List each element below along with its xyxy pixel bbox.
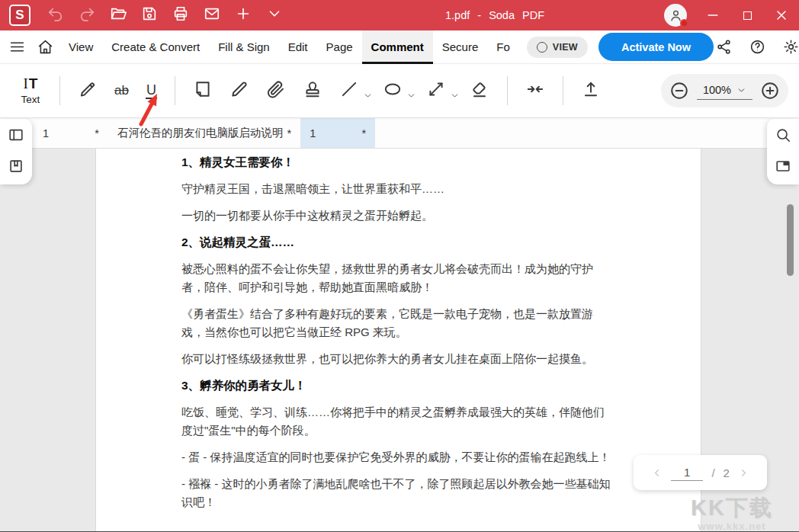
- minimize-button[interactable]: [704, 7, 721, 24]
- zoom-in-button[interactable]: [759, 81, 780, 101]
- document-tab-3[interactable]: 1*: [300, 118, 375, 148]
- strikethrough-icon: ab: [114, 83, 129, 98]
- menu-items: ViewCreate & ConvertFill & SignEditPageC…: [59, 30, 519, 64]
- menubar-right-icons: [714, 37, 799, 57]
- email-icon: [204, 5, 220, 25]
- tab-label: 1: [310, 127, 316, 139]
- email-button[interactable]: [203, 6, 221, 24]
- bookmark-icon: [8, 158, 24, 175]
- menu-tab-page[interactable]: Page: [317, 30, 362, 64]
- doc-heading: 2、说起精灵之蛋……: [181, 233, 611, 252]
- menu-tab-edit[interactable]: Edit: [279, 30, 317, 64]
- pencil-icon: [229, 79, 249, 102]
- open-file-icon: [110, 5, 127, 25]
- more-actions-button[interactable]: [265, 6, 284, 24]
- stamp-icon: [303, 79, 322, 102]
- view-mode-toggle[interactable]: VIEW: [527, 37, 588, 58]
- toolbar-group: [517, 78, 554, 104]
- notification-badge: [680, 19, 688, 27]
- doc-paragraph: - 襁褓 - 这时的小勇者除了满地乱爬啥也干不了，除了照顾起居以外教会她一些基础…: [181, 475, 611, 511]
- attachment-tool[interactable]: [266, 78, 286, 104]
- document-tab-1[interactable]: 1*: [34, 118, 108, 148]
- eraser-icon: [470, 79, 489, 102]
- watermark-url: www.kkx.net: [691, 521, 773, 532]
- text-tool-label: Text: [21, 94, 40, 105]
- doc-paragraph: 被悉心照料的蛋不会让你失望，拯救世界的勇者女儿将会破壳而出！成为她的守护者，陪伴…: [181, 260, 611, 296]
- menu-tab-fill-sign[interactable]: Fill & Sign: [209, 30, 279, 64]
- underline-tool[interactable]: U: [146, 78, 157, 104]
- line-shape-dropdown-button[interactable]: [363, 90, 373, 100]
- menu-tab-fo[interactable]: Fo: [487, 30, 519, 64]
- collapse-comments-tool[interactable]: [525, 78, 545, 104]
- stamp-tool[interactable]: [303, 78, 322, 104]
- hamburger-icon: [9, 39, 25, 55]
- toolbar-group: abU: [69, 78, 165, 104]
- doc-paragraph: 《勇者蛋生》结合了多种有趣好玩的要素，它既是一款电子宠物，也是一款放置游戏，当然…: [181, 305, 611, 341]
- gear-icon: [783, 39, 799, 55]
- help-button[interactable]: [747, 37, 767, 57]
- sticky-note-tool[interactable]: [193, 78, 213, 104]
- sticky-note-icon: [193, 79, 213, 102]
- undo-icon: [47, 5, 64, 25]
- hamburger-menu-button[interactable]: [9, 37, 25, 57]
- share-button[interactable]: [714, 37, 733, 57]
- text-comment-tool[interactable]: IT Text: [11, 76, 50, 105]
- search-button[interactable]: [774, 126, 792, 144]
- eraser-tool[interactable]: [470, 78, 489, 104]
- menu-tab-view[interactable]: View: [59, 30, 102, 64]
- previous-page-button[interactable]: [651, 467, 663, 479]
- open-file-button[interactable]: [109, 6, 127, 24]
- document-tab-2[interactable]: 石河伦吾的朋友们电脑版启动说明*: [108, 118, 300, 148]
- bookmarks-button[interactable]: [7, 157, 25, 175]
- strikethrough-tool[interactable]: ab: [114, 78, 129, 104]
- page-thumbnails-button[interactable]: [774, 157, 792, 175]
- toolbar-separator: [59, 76, 60, 105]
- add-tab-button[interactable]: [234, 6, 252, 24]
- doc-heading: 3、孵养你的勇者女儿！: [181, 377, 611, 395]
- print-button[interactable]: [172, 6, 190, 24]
- doc-paragraph: 你可以打怪练级拯救世界，也可以把你养大的勇者女儿挂在桌面上陪你一起摸鱼。: [181, 350, 611, 368]
- activate-now-button[interactable]: Activate Now: [598, 33, 714, 61]
- ellipse-icon: [383, 79, 403, 102]
- ellipse-shape-dropdown-button[interactable]: [406, 90, 416, 100]
- user-avatar[interactable]: [664, 4, 687, 27]
- export-comments-tool[interactable]: [581, 78, 601, 104]
- minimize-icon: [705, 8, 720, 23]
- settings-button[interactable]: [781, 37, 799, 57]
- panel-left-icon: [8, 127, 24, 143]
- document-viewport: 1、精灵女王需要你！守护精灵王国，击退黑暗领主，让世界重获和平……一切的一切都要…: [0, 149, 799, 532]
- doc-paragraph: - 蛋 - 保持温度适宜的同时也要保护它免受外界的威胁，不要让你的蛋输在起跑线上…: [181, 448, 611, 466]
- menu-tab-comment[interactable]: Comment: [362, 30, 433, 64]
- toolbar-group: [185, 78, 498, 104]
- arrow-shape-tool[interactable]: [426, 78, 446, 104]
- home-button[interactable]: [37, 37, 53, 57]
- titlebar-quick-actions: [47, 6, 284, 24]
- zoom-out-button[interactable]: [669, 81, 690, 101]
- doc-heading: 1、精灵女王需要你！: [181, 153, 611, 171]
- arrow-shape-dropdown-button[interactable]: [450, 90, 460, 100]
- pencil-tool[interactable]: [229, 78, 249, 104]
- share-icon: [716, 39, 732, 55]
- next-page-button[interactable]: [738, 467, 749, 479]
- menu-bar: ViewCreate & ConvertFill & SignEditPageC…: [0, 30, 799, 64]
- ellipse-shape-tool[interactable]: [383, 78, 403, 104]
- doc-paragraph: 吃饭、睡觉、学习、训练……你将把手中的精灵之蛋孵养成最强大的英雄，伴随他们度过"…: [181, 403, 611, 440]
- maximize-button[interactable]: [739, 7, 756, 24]
- current-page-input[interactable]: 1: [671, 465, 703, 481]
- save-button[interactable]: [140, 6, 159, 24]
- line-shape-tool[interactable]: [339, 78, 359, 104]
- undo-button[interactable]: [47, 6, 65, 24]
- highlighter-tool[interactable]: [78, 78, 98, 104]
- pdf-page: 1、精灵女王需要你！守护精灵王国，击退黑暗领主，让世界重获和平……一切的一切都要…: [95, 149, 701, 532]
- document-tab-bar: 1*石河伦吾的朋友们电脑版启动说明*1*: [0, 118, 799, 149]
- export-icon: [581, 79, 601, 102]
- vertical-scrollbar[interactable]: [787, 204, 794, 276]
- redo-button[interactable]: [78, 6, 96, 24]
- doc-paragraph: 守护精灵王国，击退黑暗领主，让世界重获和平……: [181, 180, 611, 198]
- add-icon: [235, 5, 252, 25]
- zoom-level-field[interactable]: 100%: [697, 82, 752, 100]
- menu-tab-create-convert[interactable]: Create & Convert: [102, 30, 209, 64]
- menu-tab-secure[interactable]: Secure: [433, 30, 488, 64]
- close-button[interactable]: [773, 7, 790, 24]
- toggle-sidebar-button[interactable]: [7, 126, 25, 144]
